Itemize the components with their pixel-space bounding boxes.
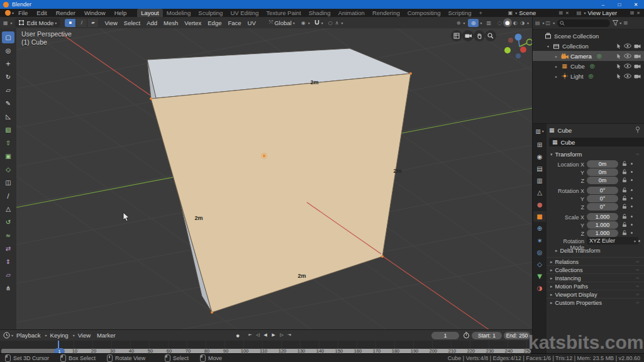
filter-arrow-icon[interactable]: ▾ [619, 21, 621, 25]
tool-poly-build[interactable]: △ [2, 203, 14, 215]
tool-shear[interactable]: ▱ [2, 269, 14, 281]
outliner-row-collection[interactable]: ▾Collection [533, 41, 644, 51]
editor-type-icon[interactable]: ▦ [3, 20, 8, 26]
blender-menu-icon[interactable] [5, 10, 11, 16]
gizmo-y-axis[interactable] [526, 39, 532, 45]
tab-material[interactable]: ◑ [533, 283, 546, 293]
lock-icon[interactable] [622, 230, 627, 237]
menu-playback[interactable]: Playback [13, 332, 44, 339]
gizmo-arrow-icon[interactable]: ▾ [463, 21, 465, 25]
tab-data[interactable]: ▼ [533, 271, 546, 282]
3d-viewport[interactable]: User Perspective (1) Cube 2m 2m 2m 2m [16, 28, 532, 329]
outliner-display-arrow-icon[interactable]: ▾ [553, 21, 555, 25]
workspace-tab-rendering[interactable]: Rendering [369, 9, 404, 17]
show-overlays-toggle[interactable]: ◎ [468, 19, 479, 27]
transform-value-field[interactable]: 1.000 [587, 229, 618, 237]
tool-knife[interactable]: ∕ [2, 190, 14, 202]
lock-icon[interactable] [622, 214, 627, 221]
expander-icon[interactable]: ▾ [547, 44, 552, 48]
mode-dropdown[interactable]: Edit Mode ▾ [15, 18, 60, 27]
cube-vertex[interactable] [409, 72, 412, 75]
animate-dot[interactable] [631, 232, 633, 234]
menu-select[interactable]: Select [121, 19, 143, 26]
visibility-eye-icon[interactable] [624, 53, 631, 58]
expander-icon[interactable]: ▸ [555, 64, 560, 69]
use-preview-range-icon[interactable] [463, 332, 470, 339]
section-instancing[interactable]: ▸Instancing≡ [547, 273, 644, 282]
lock-icon[interactable] [622, 161, 627, 168]
tool-inset[interactable]: ▣ [2, 150, 14, 162]
gizmo-z-neg[interactable] [516, 53, 521, 58]
menu-add[interactable]: Add [143, 19, 160, 26]
section-relations[interactable]: ▸Relations≡ [547, 257, 644, 266]
animate-dot[interactable] [631, 179, 633, 181]
tab-physics[interactable]: ◎ [533, 247, 546, 258]
falloff-icon[interactable]: ∧ [335, 20, 339, 26]
outliner-row-scene-collection[interactable]: Scene Collection [533, 31, 644, 41]
pan-view-button[interactable] [474, 30, 485, 41]
tool-rotate[interactable]: ↻ [2, 71, 14, 83]
shading-material-button[interactable]: ◐ [513, 20, 518, 26]
menu-edit[interactable]: Edit [32, 9, 51, 16]
scene-dropdown-arrow-icon[interactable]: ▾ [515, 11, 517, 15]
menu-file[interactable]: File [14, 9, 32, 16]
transform-value-field[interactable]: 0m [587, 168, 618, 176]
workspace-tab-uv-editing[interactable]: UV Editing [226, 9, 262, 17]
tab-tool[interactable]: ⊞ [533, 140, 546, 150]
workspace-tab-compositing[interactable]: Compositing [404, 9, 445, 17]
editor-type-arrow-icon[interactable]: ▾ [11, 21, 13, 25]
transform-value-field[interactable]: 1.000 [587, 213, 618, 221]
tool-move[interactable]: + [2, 58, 14, 70]
cube-selected-face[interactable] [151, 74, 411, 312]
transform-panel-header[interactable]: ▾ Transform [549, 150, 582, 158]
tool-bevel[interactable]: ◇ [2, 163, 14, 175]
unlink-scene-icon[interactable]: ✕ [565, 11, 569, 16]
shading-wireframe-button[interactable]: ◌ [497, 20, 502, 26]
properties-editor-icon[interactable]: ▥▾ [533, 126, 546, 136]
transform-orientation-dropdown[interactable]: Global [274, 19, 291, 26]
workspace-tab-sculpting[interactable]: Sculpting [194, 9, 226, 17]
vertex-select-mode-button[interactable]: ▪ [65, 19, 76, 27]
new-collection-icon[interactable]: ⊞ [623, 20, 628, 26]
menu-marker[interactable]: Marker [94, 332, 119, 339]
tab-particles[interactable]: ∗ [533, 235, 546, 246]
object-name-field[interactable]: ▦ Cube [549, 138, 644, 146]
outliner-row-label[interactable]: Light [570, 73, 584, 80]
outliner-row-camera[interactable]: ▸Camera◎ [533, 51, 644, 61]
maximize-button[interactable]: □ [611, 2, 628, 8]
animate-dot[interactable] [631, 224, 633, 226]
cube-vertex[interactable] [381, 255, 384, 258]
delta-transform-panel[interactable]: ▸ Delta Transform [554, 247, 601, 255]
shading-arrow-icon[interactable]: ▾ [527, 21, 529, 25]
animate-dot[interactable] [631, 171, 633, 173]
pivot-arrow-icon[interactable]: ▾ [308, 21, 310, 25]
menu-face[interactable]: Face [225, 19, 244, 26]
zoom-view-button[interactable] [485, 30, 496, 41]
scene-selector[interactable]: Scene [519, 9, 555, 16]
previous-keyframe-button[interactable]: ◁ [254, 331, 262, 339]
view-layer-dropdown-arrow-icon[interactable]: ▾ [584, 11, 586, 15]
menu-vertex[interactable]: Vertex [181, 19, 204, 26]
menu-render[interactable]: Render [52, 9, 80, 16]
animate-dot[interactable] [631, 189, 633, 191]
close-button[interactable]: ✕ [628, 2, 644, 8]
tab-constraints[interactable]: ◇ [533, 259, 546, 270]
tool-annotate[interactable]: ✎ [2, 97, 14, 109]
menu-tl-view[interactable]: View [75, 332, 94, 339]
tool-select-box[interactable]: ▢ [2, 31, 14, 43]
workspace-tab-layout[interactable]: Layout [137, 9, 163, 17]
animate-dot[interactable] [631, 163, 633, 165]
panel-drag-handle[interactable]: ≡ [635, 259, 640, 265]
end-frame-field[interactable]: End:250 [504, 332, 530, 339]
visibility-eye-icon[interactable] [624, 74, 631, 79]
camera-data-icon[interactable]: ◎ [597, 53, 602, 59]
outliner-search-input[interactable] [557, 19, 610, 27]
camera-view-button[interactable] [462, 30, 474, 41]
panel-drag-handle[interactable]: ≡ [635, 283, 640, 289]
tool-shrink-fatten[interactable]: ⇕ [2, 256, 14, 268]
render-camera-icon[interactable] [634, 63, 641, 69]
pin-icon[interactable] [635, 126, 640, 133]
outliner-editor-icon[interactable]: ▤ [535, 20, 540, 26]
expander-icon[interactable]: ▸ [555, 74, 560, 79]
animate-dot[interactable] [631, 216, 633, 217]
